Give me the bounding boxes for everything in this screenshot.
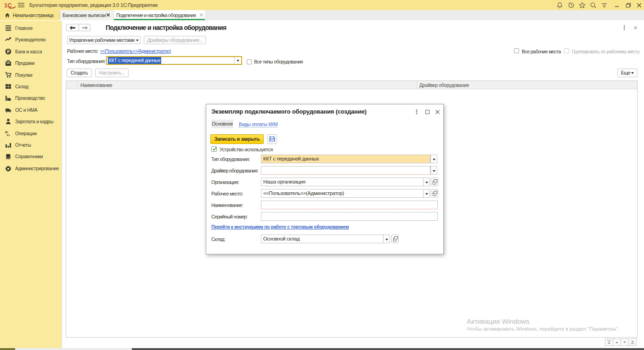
svg-text:1С: 1С xyxy=(4,2,12,9)
svg-text:Дт: Дт xyxy=(5,131,8,133)
svg-text:Кт: Кт xyxy=(7,134,10,137)
svg-text:₽: ₽ xyxy=(7,49,10,54)
